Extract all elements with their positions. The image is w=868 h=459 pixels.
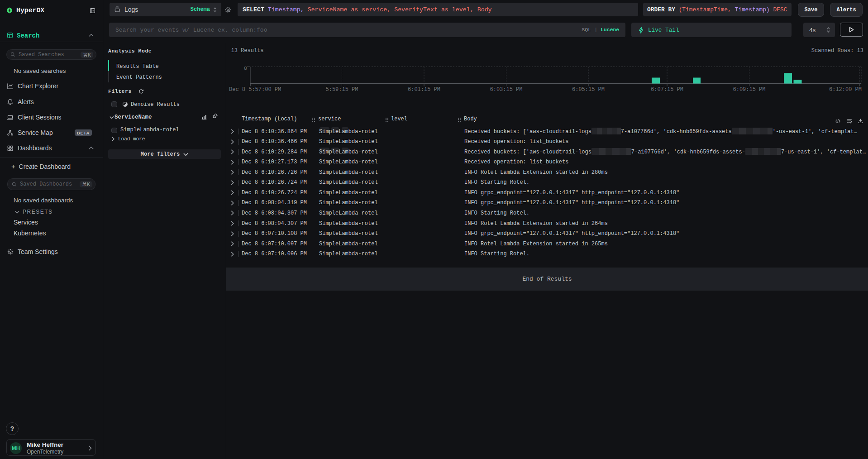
svg-text:6:09:15 PM: 6:09:15 PM bbox=[733, 86, 765, 93]
svg-text:6:12:00 PM: 6:12:00 PM bbox=[829, 86, 862, 93]
svg-text:6:07:15 PM: 6:07:15 PM bbox=[651, 86, 683, 93]
svg-text:6:03:15 PM: 6:03:15 PM bbox=[490, 86, 522, 93]
svg-text:8: 8 bbox=[244, 65, 247, 71]
svg-text:6:01:15 PM: 6:01:15 PM bbox=[408, 86, 440, 93]
svg-text:6:05:15 PM: 6:05:15 PM bbox=[572, 86, 605, 93]
svg-text:5:59:15 PM: 5:59:15 PM bbox=[325, 86, 358, 93]
svg-text:Dec 8 5:57:00 PM: Dec 8 5:57:00 PM bbox=[229, 86, 281, 93]
